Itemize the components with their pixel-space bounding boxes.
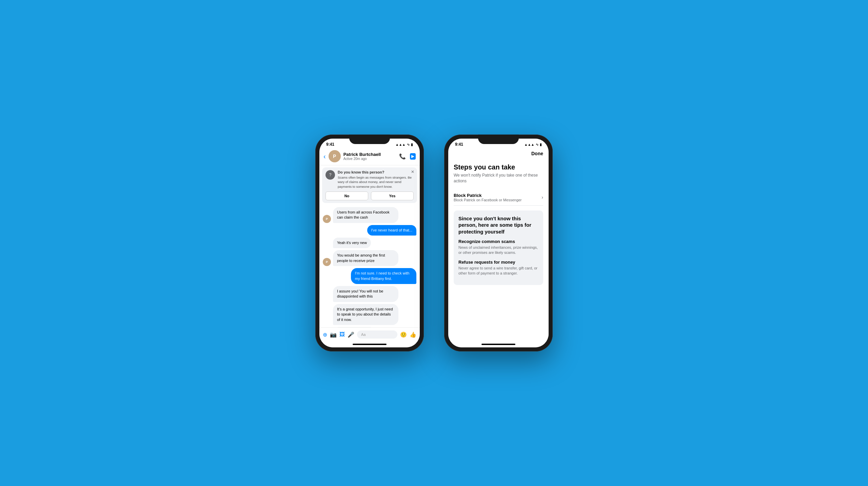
yes-button[interactable]: Yes	[371, 191, 414, 200]
image-icon[interactable]: 🖼	[339, 331, 345, 338]
battery-icon-2: ▮	[540, 143, 542, 146]
steps-header: Done	[448, 148, 549, 158]
contact-avatar: P	[329, 150, 341, 162]
time-2: 9:41	[455, 142, 463, 147]
done-button[interactable]: Done	[531, 151, 543, 156]
phone-1: 9:41 ▲▲▲ ∿ ▮ ‹ P Patrick Burtchaell Acti…	[315, 135, 424, 351]
chat-messages: P Users from all across Facebook can cla…	[319, 205, 420, 327]
chat-input-bar: ⊕ 📷 🖼 🎤 Aa 🙂 👍	[319, 327, 420, 341]
wifi-icon-2: ∿	[536, 143, 538, 146]
block-sub: Block Patrick on Facebook or Messenger	[454, 198, 522, 202]
time-1: 9:41	[326, 142, 334, 147]
home-indicator-1	[353, 344, 387, 345]
phone-2-screen: 9:41 ▲▲▲ ∿ ▮ Done Steps you can take We …	[448, 139, 549, 347]
message-bubble-5: I'm not sure. I need to check with my fr…	[351, 268, 416, 284]
add-icon[interactable]: ⊕	[323, 331, 327, 338]
tip-item-2: Refuse requests for money Never agree to…	[458, 260, 538, 276]
steps-title: Steps you can take	[454, 163, 543, 171]
sender-avatar-4: P	[323, 258, 331, 266]
block-name: Block Patrick	[454, 193, 522, 198]
tip-text-2: Never agree to send a wire transfer, gif…	[458, 266, 538, 276]
status-icons-1: ▲▲▲ ∿ ▮	[395, 143, 413, 146]
no-button[interactable]: No	[326, 191, 368, 200]
tip-title-2: Refuse requests for money	[458, 260, 538, 265]
chevron-right-icon: ›	[541, 195, 543, 200]
notch-2	[478, 135, 519, 144]
message-row-3: Yeah it's very new	[323, 238, 416, 248]
home-bar-1	[319, 341, 420, 347]
tips-box-title: Since you don't know this person, here a…	[458, 215, 538, 235]
message-bubble-2: I've never heard of that...	[367, 225, 416, 236]
home-indicator-2	[481, 344, 515, 345]
thumbsup-icon[interactable]: 👍	[410, 331, 416, 338]
chat-header: ‹ P Patrick Burtchaell Active 20m ago 📞 …	[319, 148, 420, 165]
steps-content: Steps you can take We won't notify Patri…	[448, 158, 549, 341]
message-bubble-6: I assure you! You will not be disappoint…	[333, 286, 398, 302]
battery-icon: ▮	[411, 143, 413, 146]
message-row-7: It's a great opportunity, I just need to…	[323, 304, 416, 325]
notch-1	[349, 135, 390, 144]
tip-text-1: News of unclaimed inheritances, prize wi…	[458, 245, 538, 256]
message-row-1: P Users from all across Facebook can cla…	[323, 207, 416, 223]
message-bubble-1: Users from all across Facebook can claim…	[333, 207, 398, 223]
message-row-6: I assure you! You will not be disappoint…	[323, 286, 416, 302]
input-placeholder: Aa	[361, 332, 366, 337]
wifi-icon: ∿	[407, 143, 410, 146]
message-row-2: I've never heard of that...	[323, 225, 416, 236]
warning-icon: ?	[326, 170, 335, 180]
back-button[interactable]: ‹	[323, 153, 326, 160]
tip-item-1: Recognize common scams News of unclaimed…	[458, 239, 538, 256]
block-action-row[interactable]: Block Patrick Block Patrick on Facebook …	[454, 189, 543, 206]
warning-content: Do you know this person? Scams often beg…	[338, 170, 414, 189]
phone-1-screen: 9:41 ▲▲▲ ∿ ▮ ‹ P Patrick Burtchaell Acti…	[319, 139, 420, 347]
signal-icon: ▲▲▲	[395, 143, 406, 146]
steps-subtitle: We won't notify Patrick if you take one …	[454, 173, 543, 184]
signal-icon-2: ▲▲▲	[524, 143, 534, 146]
mic-icon[interactable]: 🎤	[348, 331, 354, 338]
home-bar-2	[448, 341, 549, 347]
warning-text: Scams often begin as messages from stran…	[338, 175, 414, 189]
tips-box: Since you don't know this person, here a…	[454, 210, 543, 285]
sender-avatar-1: P	[323, 215, 331, 223]
warning-title: Do you know this person?	[338, 170, 414, 174]
warning-close-button[interactable]: ✕	[411, 169, 414, 174]
contact-info: Patrick Burtchaell Active 20m ago	[343, 152, 399, 161]
message-row-4: P You would be among the first people to…	[323, 250, 416, 266]
warning-buttons: No Yes	[326, 191, 414, 200]
contact-name: Patrick Burtchaell	[343, 152, 399, 157]
message-bubble-7: It's a great opportunity, I just need to…	[333, 304, 398, 325]
message-row-5: I'm not sure. I need to check with my fr…	[323, 268, 416, 284]
emoji-icon[interactable]: 🙂	[400, 331, 407, 338]
phone-call-icon[interactable]: 📞	[399, 153, 406, 160]
camera-icon[interactable]: 📷	[330, 331, 337, 338]
message-bubble-3: Yeah it's very new	[333, 238, 371, 248]
block-action-info: Block Patrick Block Patrick on Facebook …	[454, 193, 522, 202]
video-call-icon[interactable]: ▶	[410, 153, 416, 160]
message-input[interactable]: Aa	[357, 330, 397, 339]
phones-container: 9:41 ▲▲▲ ∿ ▮ ‹ P Patrick Burtchaell Acti…	[315, 135, 553, 351]
message-bubble-4: You would be among the first people to r…	[333, 250, 398, 266]
status-icons-2: ▲▲▲ ∿ ▮	[524, 143, 542, 146]
tip-title-1: Recognize common scams	[458, 239, 538, 244]
warning-banner: ? Do you know this person? Scams often b…	[322, 167, 417, 203]
chat-action-buttons: 📞 ▶	[399, 153, 416, 160]
contact-status: Active 20m ago	[343, 157, 399, 161]
phone-2: 9:41 ▲▲▲ ∿ ▮ Done Steps you can take We …	[444, 135, 553, 351]
